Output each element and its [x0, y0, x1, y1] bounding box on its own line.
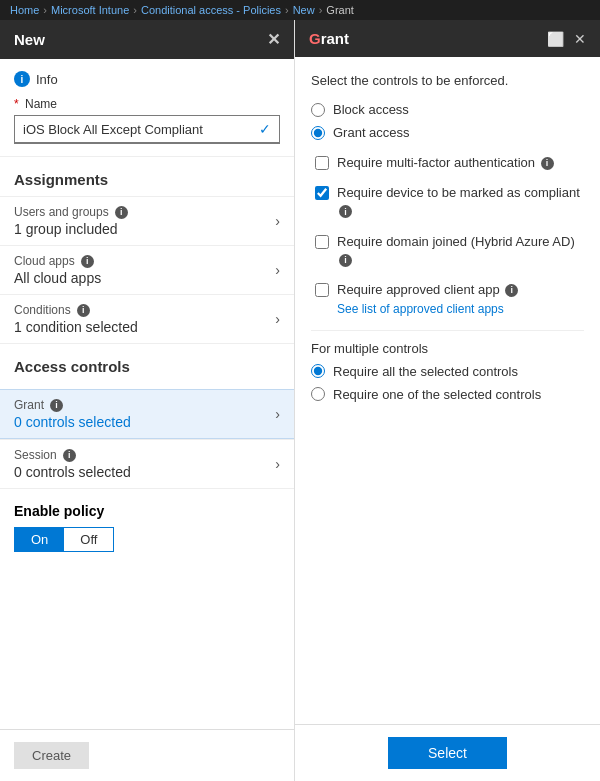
main-description: Select the controls to be enforced. — [311, 73, 584, 88]
assignment-users-groups[interactable]: Users and groups i 1 group included › — [0, 196, 294, 245]
block-access-label[interactable]: Block access — [333, 102, 409, 117]
approved-apps-link[interactable]: See list of approved client apps — [337, 301, 518, 318]
grant-info-icon[interactable]: i — [50, 399, 63, 412]
create-button[interactable]: Create — [14, 742, 89, 769]
users-groups-info-icon[interactable]: i — [115, 206, 128, 219]
domain-joined-checkbox[interactable] — [315, 235, 329, 249]
grant-checkboxes: Require multi-factor authentication i Re… — [311, 154, 584, 318]
domain-joined-checkbox-item: Require domain joined (Hybrid Azure AD) … — [315, 233, 584, 269]
grant-value: 0 controls selected — [14, 414, 131, 430]
session-chevron-icon: › — [275, 456, 280, 472]
mfa-info-icon[interactable]: i — [541, 157, 554, 170]
users-groups-chevron-icon: › — [275, 213, 280, 229]
session-value: 0 controls selected — [14, 464, 131, 480]
domain-joined-label[interactable]: Require domain joined (Hybrid Azure AD) … — [337, 233, 584, 269]
left-panel-title: New — [14, 31, 45, 48]
compliant-checkbox-item: Require device to be marked as compliant… — [315, 184, 584, 220]
breadcrumb-grant: Grant — [326, 4, 354, 16]
grant-access-radio-item: Grant access — [311, 125, 584, 140]
access-type-radio-group: Block access Grant access — [311, 102, 584, 140]
approved-app-info-icon[interactable]: i — [505, 284, 518, 297]
require-one-label[interactable]: Require one of the selected controls — [333, 387, 541, 402]
check-icon: ✓ — [259, 121, 271, 137]
left-panel-header: New ✕ — [0, 20, 294, 59]
right-panel: Grant ⬜ ✕ Select the controls to be enfo… — [295, 20, 600, 781]
breadcrumb-intune[interactable]: Microsoft Intune — [51, 4, 129, 16]
breadcrumb-sep-2: › — [133, 4, 137, 16]
session-item[interactable]: Session i 0 controls selected › — [0, 439, 294, 488]
grant-access-label[interactable]: Grant access — [333, 125, 410, 140]
left-panel-close-button[interactable]: ✕ — [267, 30, 280, 49]
enable-policy-section: Enable policy On Off — [0, 488, 294, 566]
require-all-radio[interactable] — [311, 364, 325, 378]
compliant-checkbox[interactable] — [315, 186, 329, 200]
block-access-radio-item: Block access — [311, 102, 584, 117]
breadcrumb-new[interactable]: New — [293, 4, 315, 16]
access-controls-section: Access controls — [0, 343, 294, 389]
assignments-heading: Assignments — [0, 157, 294, 196]
require-one-radio[interactable] — [311, 387, 325, 401]
conditions-info-icon[interactable]: i — [77, 304, 90, 317]
mfa-checkbox[interactable] — [315, 156, 329, 170]
left-panel-footer: Create — [0, 729, 294, 781]
required-marker: * — [14, 97, 19, 111]
approved-app-checkbox-item: Require approved client app i See list o… — [315, 281, 584, 318]
left-panel: New ✕ i Info * Name iOS Block All Except… — [0, 20, 295, 781]
breadcrumb-sep-1: › — [43, 4, 47, 16]
right-panel-content: Select the controls to be enforced. Bloc… — [295, 57, 600, 724]
name-input[interactable]: iOS Block All Except Compliant ✓ — [14, 115, 280, 144]
toggle-on-button[interactable]: On — [15, 528, 64, 551]
breadcrumb-sep-3: › — [285, 4, 289, 16]
session-info-icon[interactable]: i — [63, 449, 76, 462]
cloud-apps-info-icon[interactable]: i — [81, 255, 94, 268]
compliant-label[interactable]: Require device to be marked as compliant… — [337, 184, 584, 220]
name-field-label: * Name — [14, 97, 280, 111]
info-label: i Info — [14, 71, 280, 87]
multiple-controls-radio-group: Require all the selected controls Requir… — [311, 364, 584, 402]
conditions-chevron-icon: › — [275, 311, 280, 327]
right-panel-header: Grant ⬜ ✕ — [295, 20, 600, 57]
right-panel-title: Grant — [309, 30, 349, 47]
require-one-radio-item: Require one of the selected controls — [311, 387, 584, 402]
domain-joined-info-icon[interactable]: i — [339, 254, 352, 267]
block-access-radio[interactable] — [311, 103, 325, 117]
multiple-controls-label: For multiple controls — [311, 341, 584, 356]
right-panel-footer: Select — [295, 724, 600, 781]
require-all-radio-item: Require all the selected controls — [311, 364, 584, 379]
mfa-checkbox-item: Require multi-factor authentication i — [315, 154, 584, 172]
users-groups-value: 1 group included — [14, 221, 128, 237]
approved-app-checkbox[interactable] — [315, 283, 329, 297]
breadcrumb-ca[interactable]: Conditional access - Policies — [141, 4, 281, 16]
grant-access-radio[interactable] — [311, 126, 325, 140]
left-panel-content: i Info * Name iOS Block All Except Compl… — [0, 59, 294, 729]
grant-item[interactable]: Grant i 0 controls selected › — [0, 389, 294, 439]
assignment-cloud-apps[interactable]: Cloud apps i All cloud apps › — [0, 245, 294, 294]
assignment-conditions[interactable]: Conditions i 1 condition selected › — [0, 294, 294, 343]
select-button[interactable]: Select — [388, 737, 507, 769]
breadcrumb-home[interactable]: Home — [10, 4, 39, 16]
grant-title-accent: G — [309, 30, 321, 47]
enable-policy-toggle: On Off — [14, 527, 114, 552]
info-section: i Info * Name iOS Block All Except Compl… — [0, 59, 294, 157]
separator — [311, 330, 584, 331]
mfa-label[interactable]: Require multi-factor authentication i — [337, 154, 554, 172]
grant-chevron-icon: › — [275, 406, 280, 422]
cloud-apps-chevron-icon: › — [275, 262, 280, 278]
access-controls-heading: Access controls — [14, 358, 280, 375]
require-all-label[interactable]: Require all the selected controls — [333, 364, 518, 379]
breadcrumb-sep-4: › — [319, 4, 323, 16]
enable-policy-heading: Enable policy — [14, 503, 280, 519]
right-panel-close-icon[interactable]: ✕ — [574, 31, 586, 47]
conditions-value: 1 condition selected — [14, 319, 138, 335]
maximize-icon[interactable]: ⬜ — [547, 31, 564, 47]
cloud-apps-value: All cloud apps — [14, 270, 101, 286]
info-icon: i — [14, 71, 30, 87]
approved-app-label[interactable]: Require approved client app i See list o… — [337, 281, 518, 318]
toggle-off-button[interactable]: Off — [64, 528, 113, 551]
compliant-info-icon[interactable]: i — [339, 205, 352, 218]
breadcrumb: Home › Microsoft Intune › Conditional ac… — [0, 0, 600, 20]
